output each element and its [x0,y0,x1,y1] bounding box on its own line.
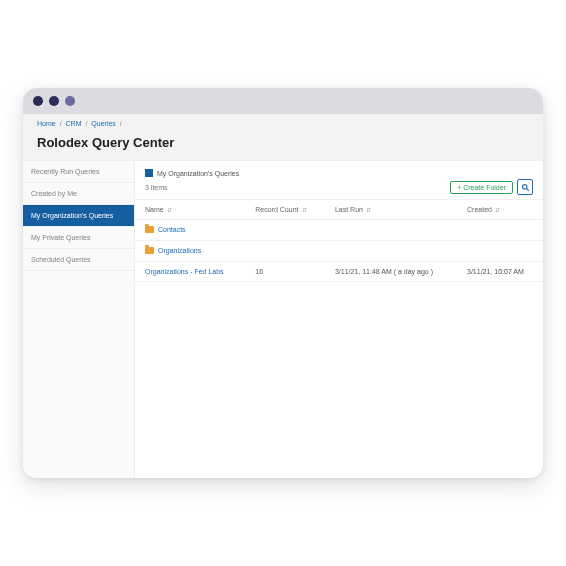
query-table: Name⇵ Record Count⇵ Last Run⇵ Created⇵ C… [135,199,543,282]
breadcrumb-queries[interactable]: Queries [91,120,116,127]
sort-icon: ⇵ [302,207,307,213]
window-dot [49,96,59,106]
window-dot [65,96,75,106]
folder-link[interactable]: Contacts [145,226,186,233]
window-chrome [23,88,543,114]
query-link[interactable]: Organizations - Fed Labs [145,268,224,275]
search-button[interactable] [517,179,533,195]
folder-breadcrumb: My Organization's Queries [145,169,533,177]
sort-icon: ⇵ [167,207,172,213]
breadcrumb-sep: / [85,120,87,127]
sidebar-item-private-queries[interactable]: My Private Queries [23,227,134,249]
folder-icon [145,247,154,254]
col-record-count[interactable]: Record Count⇵ [245,200,325,220]
content: Recently Run Queries Created by Me My Or… [23,160,543,478]
search-icon [521,183,530,192]
col-last-run[interactable]: Last Run⇵ [325,200,457,220]
app-frame: Home / CRM / Queries / Rolodex Query Cen… [23,114,543,478]
folder-icon [145,226,154,233]
create-folder-button[interactable]: + Create Folder [450,181,513,194]
cell-record-count: 16 [245,262,325,282]
browser-window: Home / CRM / Queries / Rolodex Query Cen… [23,88,543,478]
table-row[interactable]: Contacts [135,220,543,241]
sidebar-item-recently-run[interactable]: Recently Run Queries [23,161,134,183]
cell-created: 3/11/21, 10:07 AM [457,262,543,282]
breadcrumb-sep: / [120,120,122,127]
sort-icon: ⇵ [495,207,500,213]
breadcrumb-sep: / [60,120,62,127]
folder-root-icon [145,169,153,177]
svg-point-0 [522,184,527,189]
sidebar-item-scheduled-queries[interactable]: Scheduled Queries [23,249,134,271]
breadcrumb-crm[interactable]: CRM [66,120,82,127]
page-title: Rolodex Query Center [23,127,543,160]
sidebar-item-created-by-me[interactable]: Created by Me [23,183,134,205]
folder-link[interactable]: Organizations [145,247,201,254]
col-created[interactable]: Created⇵ [457,200,543,220]
sidebar-item-org-queries[interactable]: My Organization's Queries [23,205,134,227]
sidebar: Recently Run Queries Created by Me My Or… [23,161,135,478]
window-dot [33,96,43,106]
item-count: 3 items [145,184,168,191]
folder-breadcrumb-label: My Organization's Queries [157,170,239,177]
table-row[interactable]: Organizations - Fed Labs 16 3/11/21, 11:… [135,262,543,282]
breadcrumb: Home / CRM / Queries / [23,114,543,127]
svg-line-1 [526,188,528,190]
col-name[interactable]: Name⇵ [135,200,245,220]
sort-icon: ⇵ [366,207,371,213]
main-panel: My Organization's Queries 3 items + Crea… [135,161,543,478]
cell-last-run: 3/11/21, 11:48 AM ( a day ago ) [325,262,457,282]
table-row[interactable]: Organizations [135,241,543,262]
breadcrumb-home[interactable]: Home [37,120,56,127]
